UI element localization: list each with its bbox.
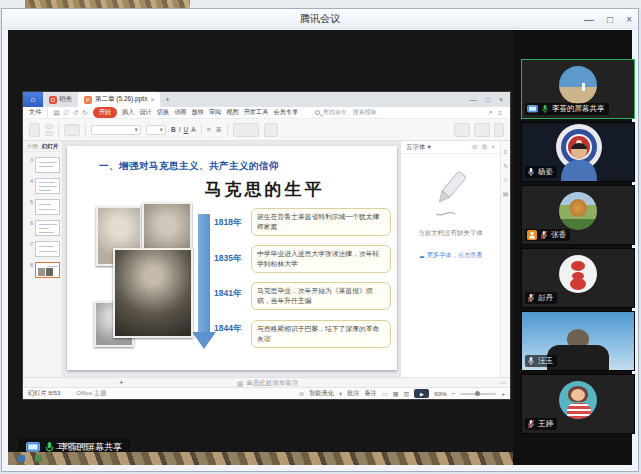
share-doc-icon[interactable]: ↗	[487, 109, 492, 116]
favorites-icon[interactable]: ☆	[503, 176, 508, 183]
more-tools-button[interactable]	[494, 123, 504, 137]
presenter-desktop-strip: 工作证明	[8, 452, 513, 465]
participant-tile[interactable]: 王婷	[521, 374, 635, 434]
text-box-button[interactable]	[264, 123, 278, 137]
undo-icon[interactable]: ↺	[73, 109, 78, 117]
meeting-title: 腾讯会议	[300, 12, 340, 26]
font-family-select[interactable]: ▾	[91, 125, 141, 135]
paste-button[interactable]	[29, 123, 40, 137]
file-menu[interactable]: 文件	[23, 107, 48, 118]
bold-button[interactable]: B	[171, 126, 176, 133]
slide-canvas[interactable]: 一、增强对马克思主义、共产主义的信仰 马克思的生平 1818年 1835年 18…	[67, 146, 397, 370]
timeline-entry[interactable]: 中学毕业进入波恩大学攻读法律，次年转学到柏林大学	[251, 245, 391, 273]
timeline-year[interactable]: 1844年	[214, 323, 248, 335]
font-size-select[interactable]: ▾	[146, 125, 166, 135]
tab-home[interactable]: 开始	[93, 107, 117, 118]
zoom-out-button[interactable]: −	[452, 390, 456, 397]
command-search-input[interactable]: 查找命令、搜索模板	[315, 108, 377, 117]
chevron-down-icon[interactable]: ▾	[428, 143, 431, 151]
reading-view-icon[interactable]: ▥	[404, 390, 410, 397]
wps-close-button[interactable]: ×	[499, 96, 503, 103]
shape-gallery[interactable]	[233, 123, 259, 137]
italic-button[interactable]: I	[179, 126, 181, 133]
slide-thumbnail[interactable]	[35, 157, 60, 173]
cut-button[interactable]	[45, 124, 53, 129]
tab-design[interactable]: 设计	[139, 108, 151, 117]
maximize-button[interactable]: □	[607, 14, 613, 25]
timeline-year[interactable]: 1818年	[214, 217, 248, 229]
minimize-button[interactable]: —	[584, 14, 594, 25]
smart-beautify-button[interactable]: 智能美化	[309, 389, 334, 398]
wps-restore-button[interactable]: □	[486, 96, 490, 103]
timeline-year[interactable]: 1835年	[214, 253, 248, 265]
font-color-button[interactable]: A	[191, 126, 195, 133]
zoom-slider[interactable]	[460, 393, 496, 395]
comments-pane-icon[interactable]: ▤	[503, 190, 509, 197]
docer-assets-button[interactable]	[474, 123, 490, 137]
tab-slideshow[interactable]: 放映	[192, 108, 204, 117]
speaker-notes-button[interactable]: 备注	[364, 389, 376, 398]
add-slide-button[interactable]: +	[119, 378, 124, 387]
slide-editing-area[interactable]: 一、增强对马克思主义、共产主义的信仰 马克思的生平 1818年 1835年 18…	[63, 141, 400, 377]
notes-placeholder[interactable]: ▤ 单击此处添加备注	[237, 379, 298, 388]
play-slideshow-button[interactable]: ▶	[414, 389, 429, 398]
outline-tab[interactable]: 大纲	[27, 143, 38, 150]
slide-thumbnail[interactable]	[35, 199, 60, 215]
slide-sorter-icon[interactable]: ▦	[393, 390, 399, 397]
tab-member[interactable]: 会员专享	[273, 108, 298, 117]
timeline-year[interactable]: 1841年	[214, 288, 248, 300]
marx-portrait-photo[interactable]	[113, 248, 193, 338]
pane-close-icon[interactable]: ×	[491, 143, 495, 151]
participant-tile-sharer[interactable]: 李荟的屏幕共享	[521, 59, 635, 119]
participant-tile[interactable]: 彭丹	[521, 248, 635, 308]
tab-docer[interactable]: D 稻壳	[43, 92, 78, 107]
more-fonts-link[interactable]: ☁ 更多字体，点击查看	[419, 251, 483, 260]
participant-tile[interactable]: 汪玉	[521, 311, 635, 371]
participant-tile[interactable]: 杨姿	[521, 122, 635, 182]
refresh-icon[interactable]: ⊖	[472, 143, 477, 151]
properties-icon[interactable]: ≡	[504, 149, 508, 155]
timeline-bar[interactable]	[198, 214, 210, 332]
underline-button[interactable]: U	[184, 126, 189, 133]
normal-view-icon[interactable]: ▭	[382, 390, 388, 397]
animation-pane-icon[interactable]: ✎	[503, 162, 508, 169]
timeline-entry[interactable]: 与恩格斯相识于巴黎，结下了深厚的革命友谊	[251, 320, 391, 348]
more-menu-icon[interactable]: ≡	[498, 109, 502, 116]
wps-minimize-button[interactable]: —	[470, 96, 477, 103]
align-center-icon[interactable]: ≣	[216, 126, 222, 134]
comments-button[interactable]: 批注	[347, 389, 359, 398]
more-options-icon[interactable]: ⋯	[500, 379, 507, 387]
redo-icon[interactable]: ↻	[82, 109, 87, 117]
new-tab-button[interactable]: +	[160, 92, 174, 107]
print-icon[interactable]: ⎚	[64, 109, 69, 117]
slide-title[interactable]: 马克思的生平	[177, 178, 352, 201]
close-button[interactable]: ×	[626, 14, 632, 25]
slide-thumbnail[interactable]	[35, 178, 60, 194]
zoom-in-button[interactable]: +	[501, 390, 505, 397]
tab-insert[interactable]: 插入	[122, 108, 134, 117]
slide-heading[interactable]: 一、增强对马克思主义、共产主义的信仰	[99, 160, 279, 173]
copy-button[interactable]	[45, 131, 53, 136]
zoom-slider-knob[interactable]	[475, 391, 480, 396]
timeline-entry[interactable]: 诞生在普鲁士莱茵省特利尔城一个犹太律师家庭	[251, 208, 391, 236]
beautify-button[interactable]	[454, 123, 470, 137]
timeline-entry[interactable]: 马克思毕业，次年开始为《莱茵报》撰稿，当年升任主编	[251, 282, 391, 310]
tab-view[interactable]: 视图	[226, 108, 238, 117]
save-icon[interactable]: ▤	[53, 109, 59, 117]
tab-close-icon[interactable]: ×	[150, 96, 154, 103]
slide-thumbnail[interactable]	[35, 241, 60, 257]
tab-transition[interactable]: 切换	[157, 108, 169, 117]
slide-thumbnail-selected[interactable]	[35, 262, 60, 278]
participant-tile[interactable]: 张香	[521, 185, 635, 245]
slide-thumbnail[interactable]	[35, 220, 60, 236]
tab-developer[interactable]: 开发工具	[244, 108, 269, 117]
wps-home-icon[interactable]: ⌂	[23, 92, 43, 107]
quick-access-toolbar[interactable]: ▤ ⎚ ↺ ↻	[48, 109, 92, 117]
align-left-icon[interactable]: ≡	[207, 126, 211, 133]
new-slide-button[interactable]	[64, 124, 80, 136]
settings-icon[interactable]: ⚙	[481, 143, 487, 151]
tab-animation[interactable]: 动画	[174, 108, 186, 117]
tab-review[interactable]: 审阅	[209, 108, 221, 117]
tab-document-active[interactable]: P 第二章 (5.26).pptx ×	[78, 92, 160, 107]
slides-tab[interactable]: 幻灯片	[42, 143, 59, 150]
